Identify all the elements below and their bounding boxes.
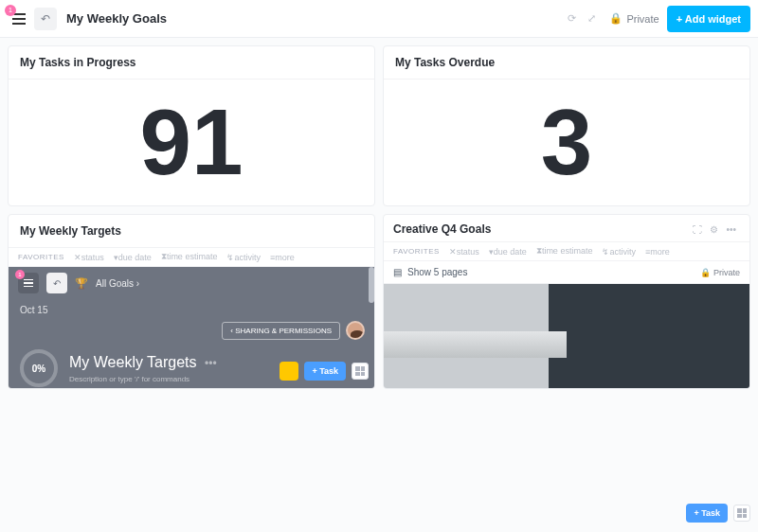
pages-icon: ▤ [393,267,402,277]
card-title: Creative Q4 Goals [393,222,491,236]
card-title: My Tasks Overdue [384,46,749,80]
expand-icon[interactable]: ⤢ [582,12,602,25]
goals-embed: 1 ↶ 🏆 All Goals › Oct 15 ‹ SHARING & PER… [9,267,374,388]
goal-more-icon[interactable]: ••• [205,357,217,370]
embed-menu-icon[interactable]: 1 [18,273,39,293]
dashboard-grid: My Tasks in Progress 91 My Tasks Overdue… [0,38,758,397]
filter-due-date[interactable]: ▾due date [489,247,527,257]
private-label[interactable]: 🔒 Private [700,268,740,277]
filter-more[interactable]: ≡more [645,247,670,257]
add-widget-button[interactable]: + Add widget [667,6,750,32]
tasks-in-progress-value: 91 [9,80,374,205]
creative-q4-card: Creative Q4 Goals ⛶ ⚙ ••• FAVORITES ✕sta… [383,214,750,389]
floating-task-button[interactable]: + Task [686,504,728,523]
new-task-button[interactable]: + Task [304,362,346,381]
floating-apps-icon[interactable] [733,505,750,522]
date-label: Oct 15 [9,299,374,321]
progress-ring: 0% [20,349,58,387]
filter-favorites[interactable]: FAVORITES [393,247,440,256]
apps-icon[interactable] [352,363,369,380]
all-goals-link[interactable]: All Goals › [96,278,139,289]
lock-icon: 🔒 [700,268,711,277]
lock-icon: 🔒 [609,12,623,25]
filter-due-date[interactable]: ▾due date [114,253,152,262]
weekly-targets-card: My Weekly Targets FAVORITES ✕status ▾due… [8,214,375,389]
filter-status[interactable]: ✕status [449,247,479,257]
sharing-permissions-button[interactable]: ‹ SHARING & PERMISSIONS [222,322,340,340]
page-title: My Weekly Goals [66,11,167,26]
show-pages-link[interactable]: Show 5 pages [407,267,467,277]
filters-bar: FAVORITES ✕status ▾due date ⧗time estima… [9,248,374,267]
record-icon[interactable] [280,362,298,381]
settings-icon[interactable]: ⚙ [706,224,722,235]
embed-notification-badge: 1 [15,270,25,279]
notification-badge: 1 [5,5,16,16]
filter-activity[interactable]: ↯activity [602,247,636,257]
refresh-icon[interactable]: ⟳ [562,12,582,25]
scrollbar[interactable] [369,267,374,303]
filter-time-estimate[interactable]: ⧗time estimate [161,252,218,262]
privacy-toggle[interactable]: 🔒 Private [602,12,666,25]
card-title: My Weekly Targets [9,215,374,248]
card-title: My Tasks in Progress [9,46,374,80]
show-pages-row: ▤ Show 5 pages 🔒 Private [384,261,749,284]
floating-actions: + Task [686,504,750,523]
goal-title: My Weekly Targets [69,354,197,370]
tasks-overdue-value: 3 [384,80,749,205]
more-icon[interactable]: ••• [722,224,740,235]
back-button[interactable]: ↶ [34,8,57,30]
filter-favorites[interactable]: FAVORITES [18,253,64,261]
tasks-overdue-card: My Tasks Overdue 3 [383,45,750,206]
filters-bar: FAVORITES ✕status ▾due date ⧗time estima… [384,242,749,261]
filter-time-estimate[interactable]: ⧗time estimate [536,246,593,257]
filter-activity[interactable]: ↯activity [226,253,261,262]
menu-icon[interactable]: 1 [8,8,30,30]
app-header: 1 ↶ My Weekly Goals ⟳ ⤢ 🔒 Private + Add … [0,0,758,38]
avatar[interactable] [346,321,365,340]
embed-back-button[interactable]: ↶ [46,273,67,293]
filter-more[interactable]: ≡more [270,253,295,262]
tasks-in-progress-card: My Tasks in Progress 91 [8,45,375,206]
cover-image: ↖ [384,284,749,388]
filter-status[interactable]: ✕status [74,253,104,262]
fullscreen-icon[interactable]: ⛶ [689,224,706,235]
trophy-icon: 🏆 [75,277,88,290]
description-hint[interactable]: Description or type '/' for commands [69,375,217,383]
